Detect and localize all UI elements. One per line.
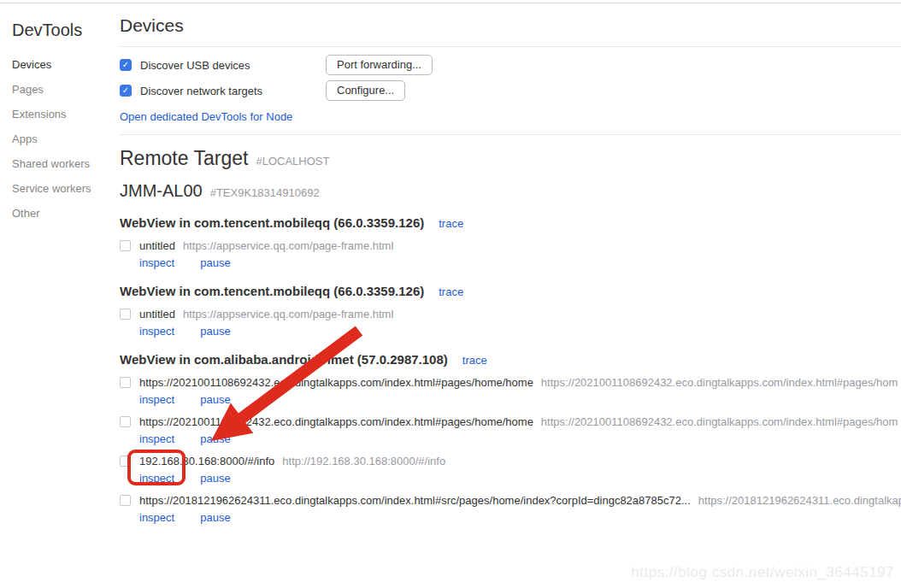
webview-section-title: WebView in com.alibaba.android.rimet (57… — [120, 352, 901, 367]
sidebar-item-pages[interactable]: Pages — [12, 77, 120, 102]
target-name: untitled — [139, 308, 175, 320]
target-url: http://192.168.30.168:8000/#/info — [282, 455, 445, 467]
device-heading: JMM-AL00#TEX9K18314910692 — [120, 181, 901, 201]
divider — [120, 134, 901, 135]
target-checkbox[interactable] — [120, 240, 131, 251]
inspect-link[interactable]: inspect — [139, 393, 174, 406]
webview-section: WebView in com.tencent.mobileqq (66.0.33… — [120, 284, 901, 338]
device-name: JMM-AL00 — [120, 181, 203, 200]
trace-link[interactable]: trace — [439, 217, 463, 230]
remote-target-heading: Remote Target#LOCALHOST — [120, 147, 901, 170]
sidebar-item-apps[interactable]: Apps — [12, 126, 120, 151]
discover-usb-checkbox[interactable]: ✓ — [120, 59, 132, 71]
sidebar: DevTools Devices Pages Extensions Apps S… — [0, 0, 120, 588]
target-checkbox[interactable] — [120, 377, 131, 388]
sidebar-item-service-workers[interactable]: Service workers — [12, 176, 120, 201]
target-url: https://2021001108692432.eco.dingtalkapp… — [541, 415, 898, 428]
remote-target-title: Remote Target — [120, 147, 248, 169]
node-devtools-link[interactable]: Open dedicated DevTools for Node — [120, 110, 292, 123]
remote-target-id: #LOCALHOST — [256, 155, 329, 168]
target-checkbox[interactable] — [120, 456, 131, 467]
inspect-link[interactable]: inspect — [139, 256, 174, 269]
target-url: https://appservice.qq.com/page-frame.htm… — [183, 308, 393, 320]
discover-usb-label: Discover USB devices — [140, 59, 250, 72]
pause-link[interactable]: pause — [200, 256, 230, 269]
pause-link[interactable]: pause — [200, 472, 230, 485]
port-forwarding-button[interactable]: Port forwarding... — [326, 55, 433, 75]
target-row: https://2021001108692432.eco.dingtalkapp… — [120, 376, 901, 406]
configure-button[interactable]: Configure... — [326, 80, 405, 101]
trace-link[interactable]: trace — [439, 285, 463, 298]
inspect-link[interactable]: inspect — [139, 472, 174, 485]
target-row: untitled https://appservice.qq.com/page-… — [120, 308, 901, 338]
inspect-link[interactable]: inspect — [139, 511, 174, 524]
sidebar-title: DevTools — [12, 21, 120, 40]
target-checkbox[interactable] — [120, 416, 131, 427]
sidebar-item-shared-workers[interactable]: Shared workers — [12, 151, 120, 176]
pause-link[interactable]: pause — [200, 393, 230, 406]
pause-link[interactable]: pause — [200, 432, 230, 445]
discovery-config: ✓ Discover USB devices Port forwarding..… — [120, 47, 901, 124]
target-row: https://2018121962624311.eco.dingtalkapp… — [120, 494, 901, 524]
page-title: Devices — [120, 15, 901, 36]
check-icon: ✓ — [122, 86, 129, 95]
webview-section: WebView in com.tencent.mobileqq (66.0.33… — [120, 215, 901, 269]
target-url: https://2021001108692432.eco.dingtalkapp… — [541, 376, 898, 389]
target-name: https://2021001108692432.eco.dingtalkapp… — [139, 415, 533, 428]
webview-section-title: WebView in com.tencent.mobileqq (66.0.33… — [120, 284, 901, 298]
trace-link[interactable]: trace — [462, 354, 487, 367]
sidebar-item-other[interactable]: Other — [12, 201, 120, 226]
check-icon: ✓ — [122, 61, 129, 69]
sidebar-item-extensions[interactable]: Extensions — [12, 102, 120, 126]
target-url: https://2018121962624311.eco.dingtalkap — [698, 494, 901, 507]
webview-section-title: WebView in com.tencent.mobileqq (66.0.33… — [120, 215, 901, 230]
discover-network-checkbox[interactable]: ✓ — [120, 85, 132, 97]
sidebar-item-devices[interactable]: Devices — [12, 52, 120, 77]
pause-link[interactable]: pause — [200, 325, 230, 338]
watermark: https://blog.csdn.net/weixin_36445197 — [631, 564, 894, 581]
target-row: https://2021001108692432.eco.dingtalkapp… — [120, 415, 901, 445]
top-divider — [0, 3, 901, 3]
device-serial: #TEX9K18314910692 — [210, 186, 320, 199]
inspect-link[interactable]: inspect — [139, 432, 174, 445]
target-row: untitled https://appservice.qq.com/page-… — [120, 239, 901, 269]
chrome-inspect-page: DevTools Devices Pages Extensions Apps S… — [0, 0, 901, 588]
target-row-highlighted: 192.168.30.168:8000/#/info http://192.16… — [120, 455, 901, 485]
pause-link[interactable]: pause — [200, 511, 230, 524]
target-name: 192.168.30.168:8000/#/info — [139, 455, 274, 467]
target-name: https://2021001108692432.eco.dingtalkapp… — [139, 376, 533, 389]
inspect-link[interactable]: inspect — [139, 325, 174, 338]
target-name: untitled — [139, 239, 175, 252]
target-url: https://appservice.qq.com/page-frame.htm… — [183, 239, 393, 252]
discover-network-label: Discover network targets — [140, 85, 262, 97]
target-name: https://2018121962624311.eco.dingtalkapp… — [139, 494, 691, 507]
target-checkbox[interactable] — [120, 309, 131, 320]
devices-pane: Devices ✓ Discover USB devices Port forw… — [120, 0, 901, 588]
target-checkbox[interactable] — [120, 495, 131, 506]
webview-section: WebView in com.alibaba.android.rimet (57… — [120, 352, 901, 524]
